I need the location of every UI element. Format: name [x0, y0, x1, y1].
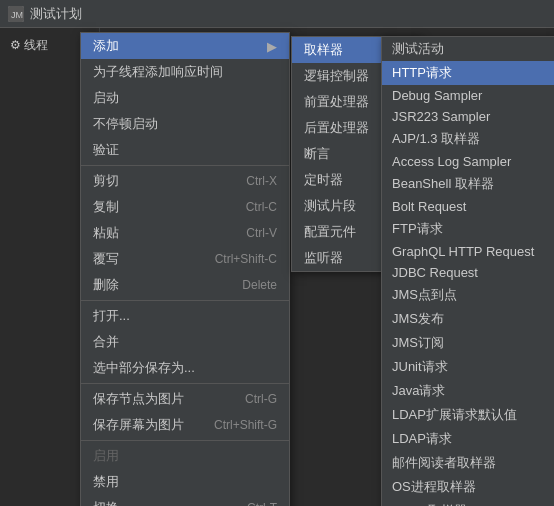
- sampler-debug[interactable]: Debug Sampler: [382, 85, 554, 106]
- sampler-ldap[interactable]: LDAP请求: [382, 427, 554, 451]
- sampler-test-action[interactable]: 测试活动: [382, 37, 554, 61]
- sampler-java[interactable]: Java请求: [382, 379, 554, 403]
- arrow-icon-add: ▶: [267, 39, 277, 54]
- sampler-http-request[interactable]: HTTP请求: [382, 61, 554, 85]
- title-bar-text: 测试计划: [30, 5, 82, 23]
- sampler-beanshell[interactable]: BeanShell 取样器: [382, 172, 554, 196]
- svg-text:JM: JM: [11, 10, 23, 20]
- menu-item-add-response-time[interactable]: 为子线程添加响应时间: [81, 59, 289, 85]
- separator-1: [81, 165, 289, 166]
- menu-item-validate[interactable]: 验证: [81, 137, 289, 163]
- separator-4: [81, 440, 289, 441]
- menu-item-add[interactable]: 添加 ▶: [81, 33, 289, 59]
- sampler-ldap-extended[interactable]: LDAP扩展请求默认值: [382, 403, 554, 427]
- app-icon: JM: [8, 6, 24, 22]
- sampler-os-process[interactable]: OS进程取样器: [382, 475, 554, 499]
- menu-item-save-selection[interactable]: 选中部分保存为...: [81, 355, 289, 381]
- sampler-jms-publish[interactable]: JMS发布: [382, 307, 554, 331]
- menu-item-delete[interactable]: 删除 Delete: [81, 272, 289, 298]
- menu-item-save-node-img[interactable]: 保存节点为图片 Ctrl-G: [81, 386, 289, 412]
- menu-item-overwrite[interactable]: 覆写 Ctrl+Shift-C: [81, 246, 289, 272]
- menu-item-save-screen-img[interactable]: 保存屏幕为图片 Ctrl+Shift-G: [81, 412, 289, 438]
- separator-3: [81, 383, 289, 384]
- sampler-jdbc[interactable]: JDBC Request: [382, 262, 554, 283]
- menu-item-start[interactable]: 启动: [81, 85, 289, 111]
- sampler-mail-reader[interactable]: 邮件阅读者取样器: [382, 451, 554, 475]
- menu-item-cut[interactable]: 剪切 Ctrl-X: [81, 168, 289, 194]
- sampler-graphql[interactable]: GraphQL HTTP Request: [382, 241, 554, 262]
- context-menu-l1: 添加 ▶ 为子线程添加响应时间 启动 不停顿启动 验证 剪切 Ctrl-X 复制…: [80, 32, 290, 506]
- menu-item-copy[interactable]: 复制 Ctrl-C: [81, 194, 289, 220]
- sampler-ajp[interactable]: AJP/1.3 取样器: [382, 127, 554, 151]
- submenu-sampler: 测试活动 HTTP请求 Debug Sampler JSR223 Sampler…: [381, 36, 554, 506]
- menu-item-toggle[interactable]: 切换 Ctrl-T: [81, 495, 289, 506]
- sampler-bolt[interactable]: Bolt Request: [382, 196, 554, 217]
- menu-item-paste[interactable]: 粘贴 Ctrl-V: [81, 220, 289, 246]
- sampler-ftp[interactable]: FTP请求: [382, 217, 554, 241]
- sampler-jms-subscribe[interactable]: JMS订阅: [382, 331, 554, 355]
- sampler-smtp[interactable]: SMTP取样器: [382, 499, 554, 506]
- sampler-jsr223[interactable]: JSR223 Sampler: [382, 106, 554, 127]
- sampler-access-log[interactable]: Access Log Sampler: [382, 151, 554, 172]
- settings-icon: ⚙: [10, 38, 21, 52]
- menu-item-enable: 启用: [81, 443, 289, 469]
- sampler-jms-point[interactable]: JMS点到点: [382, 283, 554, 307]
- menu-item-merge[interactable]: 合并: [81, 329, 289, 355]
- menu-item-start-no-pauses[interactable]: 不停顿启动: [81, 111, 289, 137]
- sampler-junit[interactable]: JUnit请求: [382, 355, 554, 379]
- separator-2: [81, 300, 289, 301]
- main-area: ⚙ 线程 线程组 添加 ▶ 为子线程添加响应时间 启动 不停顿启动 验证 剪切 …: [0, 28, 554, 506]
- title-bar: JM 测试计划: [0, 0, 554, 28]
- menu-item-open[interactable]: 打开...: [81, 303, 289, 329]
- menu-item-disable[interactable]: 禁用: [81, 469, 289, 495]
